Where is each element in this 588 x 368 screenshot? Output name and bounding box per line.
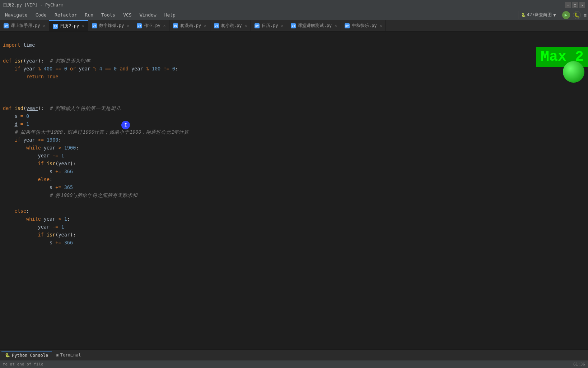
- python-file-icon-8: py: [345, 23, 350, 28]
- python-file-icon-active: py: [53, 24, 58, 29]
- tab-keshang[interactable]: py 课上练手用.py ✕: [0, 20, 49, 31]
- tabs-bar: py 课上练手用.py ✕ py 日历2.py ✕ py 数字炸弹.py ✕ p…: [0, 20, 588, 32]
- tab-rili[interactable]: py 日历.py ✕: [251, 20, 287, 31]
- tab-close-icon[interactable]: ✕: [43, 23, 46, 28]
- menu-code[interactable]: Code: [32, 11, 50, 19]
- menu-vcs[interactable]: VCS: [120, 11, 135, 19]
- run-button[interactable]: ▶: [562, 11, 570, 19]
- python-file-icon-7: py: [291, 23, 296, 28]
- status-bar-left: me at end of file: [3, 362, 43, 367]
- python-console-icon: 🐍: [5, 353, 10, 358]
- tab-close-3[interactable]: ✕: [163, 23, 166, 28]
- title-bar-controls[interactable]: ─ □ ✕: [565, 2, 585, 8]
- tab-ketang[interactable]: py 课堂讲解测试.py ✕: [287, 20, 341, 31]
- tab-close-7[interactable]: ✕: [335, 23, 337, 28]
- python-file-icon-3: py: [137, 23, 142, 28]
- editor-area[interactable]: I import time def isr(year): # 判断是否为闰年 i…: [0, 32, 588, 347]
- panel-tab-terminal[interactable]: ▣ Terminal: [52, 351, 84, 359]
- tab-rili2[interactable]: py 日历2.py ✕: [49, 20, 88, 31]
- status-message: me at end of file: [3, 362, 43, 367]
- tab-close-8[interactable]: ✕: [379, 23, 382, 28]
- menu-help[interactable]: Help: [161, 11, 179, 19]
- menu-window[interactable]: Window: [136, 11, 160, 19]
- panel-tab-python-console[interactable]: 🐍 Python Console: [1, 351, 52, 359]
- title-bar-title: 日历2.py [VIP] - PyCharm: [3, 2, 64, 8]
- python-file-icon: py: [4, 23, 9, 28]
- close-button[interactable]: ✕: [579, 2, 585, 8]
- python-file-icon-2: py: [92, 23, 97, 28]
- code-editor[interactable]: import time def isr(year): # 判断是否为闰年 if …: [0, 32, 588, 248]
- menu-navigate[interactable]: Navigate: [1, 11, 31, 19]
- minimize-button[interactable]: ─: [565, 2, 571, 8]
- status-bar-right: 61:36: [573, 362, 585, 367]
- menu-refactor[interactable]: Refactor: [51, 11, 81, 19]
- tab-shuzizha[interactable]: py 数字炸弹.py ✕: [88, 20, 133, 31]
- python-file-icon-5: py: [214, 23, 219, 28]
- menu-bar: Navigate Code Refactor Run Tools VCS Win…: [0, 10, 588, 20]
- tab-zuoye[interactable]: py 作业.py ✕: [133, 20, 169, 31]
- tab-close-4[interactable]: ✕: [204, 23, 206, 28]
- green-ball-decoration: [563, 61, 584, 83]
- title-bar: 日历2.py [VIP] - PyCharm ─ □ ✕: [0, 0, 588, 10]
- text-cursor: I: [121, 121, 130, 129]
- tab-zhongqiu[interactable]: py 中秋快乐.py ✕: [341, 20, 386, 31]
- python-file-icon-6: py: [255, 23, 260, 28]
- bottom-panel: 🐍 Python Console ▣ Terminal: [0, 349, 588, 360]
- cursor-position: 61:36: [573, 362, 585, 367]
- run-config-dropdown[interactable]: 🐍 427班去向图 ▼: [518, 11, 559, 19]
- terminal-icon: ▣: [56, 353, 59, 357]
- python-file-icon-4: py: [173, 23, 178, 28]
- tab-close-6[interactable]: ✕: [281, 23, 284, 28]
- status-bar: me at end of file 61:36: [0, 360, 588, 368]
- tab-close-5[interactable]: ✕: [244, 23, 247, 28]
- menu-run[interactable]: Run: [81, 11, 97, 19]
- tab-paxiaoshuo[interactable]: py 爬小说.py ✕: [210, 20, 251, 31]
- debug-button[interactable]: 🐛: [573, 11, 581, 19]
- tab-paman[interactable]: py 爬漫画.py ✕: [169, 20, 210, 31]
- maximize-button[interactable]: □: [572, 2, 578, 8]
- tab-close-icon-active[interactable]: ✕: [82, 24, 84, 28]
- tab-close-2[interactable]: ✕: [127, 23, 130, 28]
- more-actions-button[interactable]: ≡: [584, 12, 587, 18]
- dropdown-chevron-icon: ▼: [553, 13, 556, 18]
- menu-tools[interactable]: Tools: [98, 11, 119, 19]
